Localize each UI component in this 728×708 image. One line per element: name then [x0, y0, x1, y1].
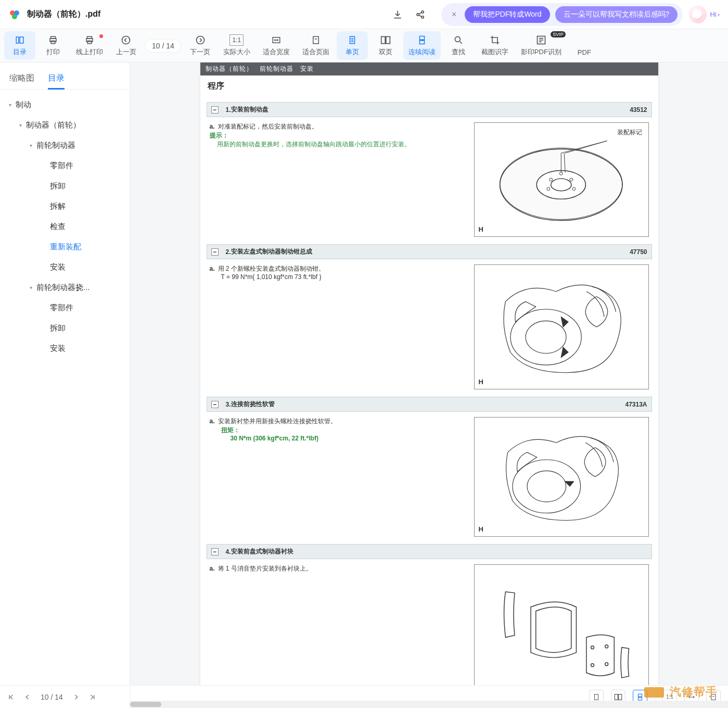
double-page-icon: [380, 34, 391, 46]
assistant-avatar-icon[interactable]: [689, 6, 707, 23]
tab-thumbnails[interactable]: 缩略图: [9, 68, 34, 89]
svg-point-40: [591, 664, 594, 667]
svg-point-2: [12, 14, 17, 19]
svg-rect-44: [619, 694, 622, 700]
figure-caliper-assembly: H: [474, 264, 649, 389]
search-button[interactable]: 查找: [443, 31, 474, 60]
step-header: − 2.安装左盘式制动器制动钳总成 47750: [207, 244, 652, 259]
svg-rect-20: [386, 36, 390, 43]
print-icon: [48, 34, 58, 46]
notification-dot-icon: [99, 34, 103, 38]
sidebar-footer: 10 / 14: [0, 685, 130, 708]
next-page-icon[interactable]: [72, 693, 80, 701]
svg-point-35: [526, 321, 566, 353]
chevron-down-icon: ▾: [27, 285, 34, 290]
online-print-button[interactable]: 线上打印: [71, 31, 108, 60]
svg-point-14: [122, 36, 130, 44]
figure-brake-rotor: 装配标记 H: [474, 122, 649, 237]
tree-item[interactable]: ▾前轮制动器: [0, 135, 130, 156]
svg-point-34: [510, 309, 581, 365]
titlebar: 制动器（前轮）.pdf × 帮我把PDF转成Word 云一朵可以帮我写文档读后感…: [0, 0, 728, 29]
first-page-icon[interactable]: [7, 693, 15, 701]
promo-close-icon[interactable]: ×: [449, 10, 459, 19]
tree-item[interactable]: 拆解: [0, 196, 130, 217]
collapse-icon[interactable]: −: [211, 401, 219, 408]
collapse-icon[interactable]: −: [211, 106, 219, 113]
figure-flex-hose: H: [474, 417, 649, 537]
footer-page-indicator: 10 / 14: [41, 693, 63, 701]
toc-button[interactable]: 目录: [4, 31, 35, 60]
svg-rect-7: [20, 37, 23, 43]
svg-rect-22: [419, 41, 424, 44]
tree-item[interactable]: 安装: [0, 338, 130, 359]
sidebar: 缩略图 目录 ▾制动 ▾制动器（前轮） ▾前轮制动器 零部件 拆卸 拆解 检查 …: [0, 62, 130, 708]
last-page-icon[interactable]: [89, 693, 96, 701]
tree-item[interactable]: ▾前轮制动器挠...: [0, 277, 130, 298]
svg-rect-6: [16, 37, 19, 43]
tree-item[interactable]: 拆卸: [0, 176, 130, 196]
procedure-title: 程序: [200, 75, 658, 95]
next-page-button[interactable]: 下一页: [185, 31, 216, 60]
svg-point-39: [605, 645, 608, 648]
svg-point-41: [605, 663, 608, 666]
tree-item-active[interactable]: 重新装配: [0, 237, 130, 257]
part-code: 43512: [630, 106, 647, 113]
svg-rect-45: [638, 694, 642, 697]
continuous-read-button[interactable]: 连续阅读: [403, 31, 441, 60]
pdf-tools-button[interactable]: PDF: [569, 31, 600, 60]
share-icon[interactable]: [411, 5, 430, 24]
watermark: 汽修帮手: [644, 684, 718, 700]
promo-pdf-to-word-button[interactable]: 帮我把PDF转成Word: [465, 6, 550, 23]
page-indicator[interactable]: 10 / 14: [146, 40, 181, 52]
step-header: − 1. 安装前制动盘 43512: [207, 102, 652, 117]
prev-page-button[interactable]: 上一页: [110, 31, 142, 60]
toolbar: 目录 打印 线上打印 上一页 10 / 14 下一页 1:1 实际大小: [0, 29, 728, 62]
svg-point-28: [551, 179, 571, 191]
prev-page-icon[interactable]: [24, 693, 31, 701]
svg-rect-46: [638, 697, 642, 700]
crop-icon: [490, 34, 500, 46]
collapse-icon[interactable]: −: [211, 548, 219, 555]
single-page-button[interactable]: 单页: [337, 31, 368, 60]
horizontal-scrollbar[interactable]: [130, 701, 728, 708]
toc-tree: ▾制动 ▾制动器（前轮） ▾前轮制动器 零部件 拆卸 拆解 检查 重新装配 安装…: [0, 90, 130, 685]
search-icon: [453, 34, 464, 46]
print-button[interactable]: 打印: [37, 31, 69, 60]
svg-point-37: [527, 471, 566, 502]
screenshot-ocr-button[interactable]: 截图识字: [476, 31, 514, 60]
svg-rect-21: [419, 36, 424, 40]
scan-pdf-ocr-button[interactable]: SVIP 影印PDF识别: [516, 31, 567, 60]
ocr-icon: [536, 34, 546, 46]
tree-item[interactable]: 零部件: [0, 298, 130, 318]
document-viewport[interactable]: 制动器（前轮） 前轮制动器 安装 程序 − 1. 安装前制动盘 43512 a.…: [130, 62, 728, 708]
promo-ai-summary-button[interactable]: 云一朵可以帮我写文档读后感吗?: [555, 6, 678, 23]
fit-page-button[interactable]: 适合页面: [297, 31, 335, 60]
actual-size-button[interactable]: 1:1 实际大小: [218, 31, 256, 60]
fit-width-button[interactable]: 适合宽度: [258, 31, 295, 60]
step-text: a.对准装配标记，然后安装前制动盘。 提示： 用新的前制动盘更换时，选择前制动盘…: [210, 122, 467, 237]
double-page-button[interactable]: 双页: [370, 31, 401, 60]
tree-item[interactable]: ▾制动器（前轮）: [0, 115, 130, 135]
collapse-icon[interactable]: −: [211, 248, 219, 256]
tree-item[interactable]: 拆卸: [0, 318, 130, 338]
page: 制动器（前轮） 前轮制动器 安装 程序 − 1. 安装前制动盘 43512 a.…: [200, 62, 658, 708]
chevron-down-icon: ▾: [27, 143, 34, 148]
figure-brake-pads: [474, 564, 649, 700]
tab-toc[interactable]: 目录: [48, 68, 65, 89]
chevron-right-circle-icon: [195, 34, 206, 46]
svg-point-38: [591, 646, 594, 649]
svg-rect-42: [595, 694, 598, 700]
step-header: − 4.安装前盘式制动器衬块: [207, 544, 652, 559]
fit-width-icon: [271, 34, 282, 46]
scrollbar-thumb[interactable]: [130, 702, 161, 707]
chevron-down-icon: ▾: [17, 122, 24, 128]
promo-banner: × 帮我把PDF转成Word 云一朵可以帮我写文档读后感吗?: [441, 3, 683, 26]
tree-item[interactable]: 检查: [0, 217, 130, 237]
svg-point-36: [513, 460, 581, 513]
tree-item[interactable]: 零部件: [0, 156, 130, 176]
part-code: 47313A: [625, 401, 647, 408]
tree-item[interactable]: ▾制动: [0, 95, 130, 115]
download-icon[interactable]: [388, 5, 407, 24]
hi-greeting[interactable]: Hi›: [710, 10, 720, 18]
tree-item[interactable]: 安装: [0, 257, 130, 277]
